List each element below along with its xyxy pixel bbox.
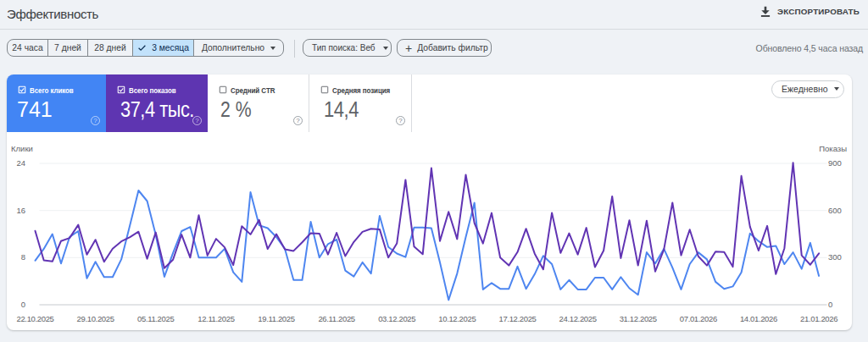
svg-text:21.01.2026: 21.01.2026 — [800, 314, 837, 323]
svg-text:29.10.2025: 29.10.2025 — [77, 314, 114, 323]
svg-text:10.12.2025: 10.12.2025 — [438, 314, 476, 323]
svg-text:05.11.2025: 05.11.2025 — [137, 314, 174, 323]
svg-text:24.12.2025: 24.12.2025 — [559, 314, 597, 323]
svg-text:03.12.2025: 03.12.2025 — [378, 314, 415, 323]
svg-text:8: 8 — [21, 252, 25, 262]
svg-text:16: 16 — [16, 206, 25, 215]
svg-text:12.11.2025: 12.11.2025 — [198, 314, 234, 323]
svg-text:26.11.2025: 26.11.2025 — [318, 314, 354, 323]
svg-text:0: 0 — [828, 300, 832, 309]
svg-text:07.01.2026: 07.01.2026 — [680, 314, 717, 323]
svg-text:600: 600 — [828, 206, 842, 215]
svg-text:17.12.2025: 17.12.2025 — [498, 314, 536, 323]
svg-text:0: 0 — [21, 300, 25, 309]
svg-text:900: 900 — [828, 158, 842, 168]
svg-text:31.12.2025: 31.12.2025 — [620, 314, 657, 323]
svg-text:300: 300 — [828, 252, 842, 262]
svg-text:14.01.2026: 14.01.2026 — [740, 314, 777, 323]
svg-text:19.11.2025: 19.11.2025 — [258, 314, 294, 323]
svg-text:24: 24 — [16, 158, 25, 168]
svg-text:Клики: Клики — [11, 144, 33, 153]
svg-text:22.10.2025: 22.10.2025 — [16, 314, 53, 323]
svg-text:Показы: Показы — [819, 144, 847, 153]
